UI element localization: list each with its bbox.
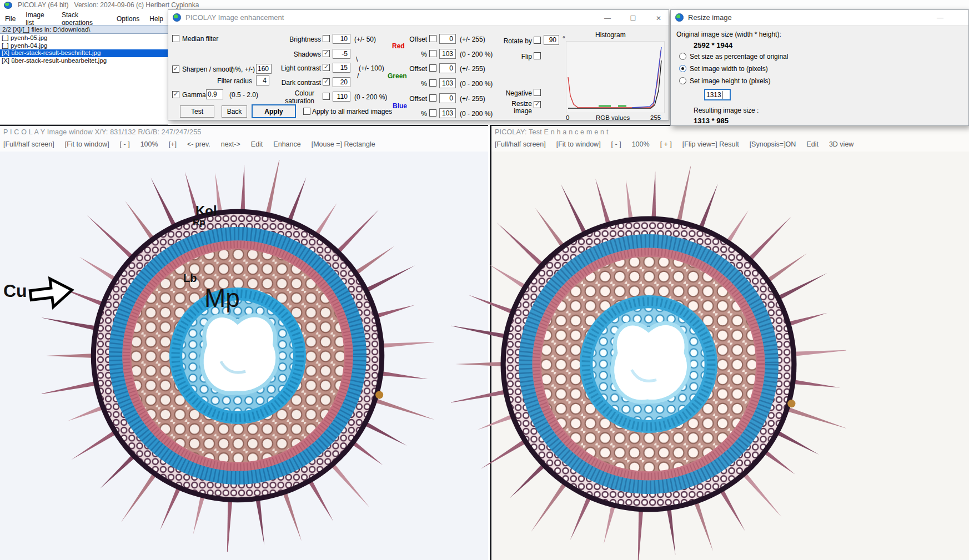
resize-titlebar[interactable]: Resize image [671,10,968,26]
apply-button[interactable]: Apply [252,104,296,118]
image-window-toolbar: [Full/half screen] [Fit to window] [ - ]… [3,140,375,148]
toolbar-synopsis[interactable]: [Synopsis=]ON [750,140,796,148]
toolbar-flip-view[interactable]: [Flip view=] Result [682,140,739,148]
annotation-mp: Mp [204,283,240,313]
toolbar-zoom-out[interactable]: [ - ] [120,140,130,148]
file-row[interactable]: [_] pyenh-04.jpg [0,42,168,50]
menu-options[interactable]: Options [112,14,144,24]
saturation-checkbox[interactable] [323,93,330,100]
toolbar-zoom-level[interactable]: 100% [140,140,158,148]
median-filter-label: Median filter [182,35,218,43]
rotate-checkbox[interactable] [534,37,541,44]
flip-checkbox[interactable] [534,52,541,59]
resize-checkbox[interactable] [534,101,541,108]
shadows-input[interactable]: -5 [333,49,350,59]
resulting-size-label: Resulting image size : [694,107,759,114]
toolbar-next[interactable]: next-> [221,140,240,148]
histogram-title: Histogram [595,31,626,39]
toolbar-zoom-in[interactable]: [+] [169,140,177,148]
gamma-checkbox[interactable] [172,91,179,98]
close-icon[interactable]: ✕ [650,13,667,23]
gamma-input[interactable]: 0.9 [206,89,223,99]
brightness-input[interactable]: 10 [333,34,350,44]
light-contrast-checkbox[interactable] [323,64,330,71]
blue-offset-label: Offset [394,95,427,103]
rotate-unit: ° [563,35,565,43]
width-radio[interactable] [679,65,686,72]
red-percent-input[interactable]: 103 [439,49,456,59]
toolbar-zoom-in[interactable]: [ + ] [660,140,672,148]
toolbar-mouse-mode[interactable]: [Mouse =] Rectangle [312,140,375,148]
blue-offset-range: (+/- 255) [460,95,485,103]
saturation-label-line1: Colour [265,89,314,97]
saturation-input[interactable]: 110 [333,92,350,102]
toolbar-edit[interactable]: Edit [806,140,819,148]
page: P I C O L A Y Image window X/Y: 831/132 … [0,0,969,560]
resulting-size-value: 1313 * 985 [694,117,729,125]
toolbar-enhance[interactable]: Enhance [273,140,300,148]
cu-arrow-icon [27,273,76,314]
red-percent-checkbox[interactable] [429,50,436,57]
blue-offset-input[interactable]: 0 [439,93,456,103]
back-button[interactable]: Back [222,105,247,118]
green-offset-checkbox[interactable] [429,64,436,72]
green-channel-label: Green [388,72,407,80]
blue-percent-input[interactable]: 103 [439,108,456,118]
median-filter-checkbox[interactable] [172,35,179,42]
percentage-radio[interactable] [679,53,686,60]
test-button[interactable]: Test [180,105,214,118]
toolbar-fullhalf[interactable]: [Full/half screen] [3,140,54,148]
toolbar-zoom-out[interactable]: [ - ] [611,140,621,148]
annotation-kol: Kol [195,203,217,219]
gamma-label: Gamma [182,91,206,99]
menubar: File Image list Stack operations Options… [0,13,168,24]
test-window-title: PICOLAY: Test E n h a n c e m e n t [495,128,609,136]
file-list: [_] pyenh-05.jpg [_] pyenh-04.jpg [X] üb… [0,34,168,125]
rotate-input[interactable]: 90 [544,35,559,45]
main-titlebar[interactable]: PICOLAY (64 bit) Version: 2024-09-06 (c)… [0,0,969,10]
maximize-icon[interactable]: ☐ [625,13,641,23]
toolbar-prev[interactable]: <- prev. [187,140,210,148]
green-percent-input[interactable]: 103 [439,78,456,88]
enhancement-titlebar[interactable]: PICOLAY Image enhancement [168,10,669,26]
dark-contrast-checkbox[interactable] [323,78,330,85]
blue-offset-checkbox[interactable] [429,94,436,102]
image-window-title: P I C O L A Y Image window X/Y: 831/132 … [3,128,202,136]
app-version: Version: 2024-09-06 (c) Heribert Cypionk… [74,1,199,9]
green-offset-range: (+/- 255) [460,65,485,73]
file-row[interactable]: [_] pyenh-05.jpg [0,34,168,42]
rotate-label: Rotate by [488,37,532,45]
brightness-checkbox[interactable] [323,35,330,42]
dialog-title: PICOLAY Image enhancement [185,13,284,22]
toolbar-fit[interactable]: [Fit to window] [65,140,109,148]
toolbar-fullhalf[interactable]: [Full/half screen] [495,140,546,148]
apply-all-checkbox[interactable] [303,108,310,115]
height-radio[interactable] [679,77,686,84]
green-offset-input[interactable]: 0 [439,63,456,73]
file-row[interactable]: [X] über-stack-result-unbearbeitet.jpg [0,57,168,65]
shadows-checkbox[interactable] [323,50,330,57]
sharpen-checkbox[interactable] [172,65,179,73]
menu-help[interactable]: Help [144,14,168,24]
toolbar-zoom-level[interactable]: 100% [632,140,650,148]
toolbar-edit[interactable]: Edit [251,140,263,148]
negative-checkbox[interactable] [534,89,541,96]
sharpen-label: Sharpen / smooth [182,65,235,73]
minimize-icon[interactable]: — [599,13,616,23]
red-offset-checkbox[interactable] [429,35,436,42]
light-contrast-input[interactable]: 15 [333,63,350,73]
contrast-range: (+/- 100) [359,64,384,72]
blue-percent-label: % [394,110,427,118]
width-pixels-input[interactable]: 1313 [704,89,731,100]
blue-percent-checkbox[interactable] [429,109,436,117]
file-row[interactable]: [X] über-stack-result-beschriftet.jpg [0,49,168,57]
toolbar-fit[interactable]: [Fit to window] [556,140,601,148]
green-percent-checkbox[interactable] [429,79,436,87]
dark-contrast-input[interactable]: 20 [333,77,350,87]
original-size-value: 2592 * 1944 [694,41,732,49]
red-offset-input[interactable]: 0 [439,34,456,44]
menu-file[interactable]: File [0,14,21,24]
test-window-toolbar: [Full/half screen] [Fit to window] [ - ]… [495,140,853,148]
minimize-icon[interactable]: — [932,13,948,23]
toolbar-3d-view[interactable]: 3D view [829,140,853,148]
